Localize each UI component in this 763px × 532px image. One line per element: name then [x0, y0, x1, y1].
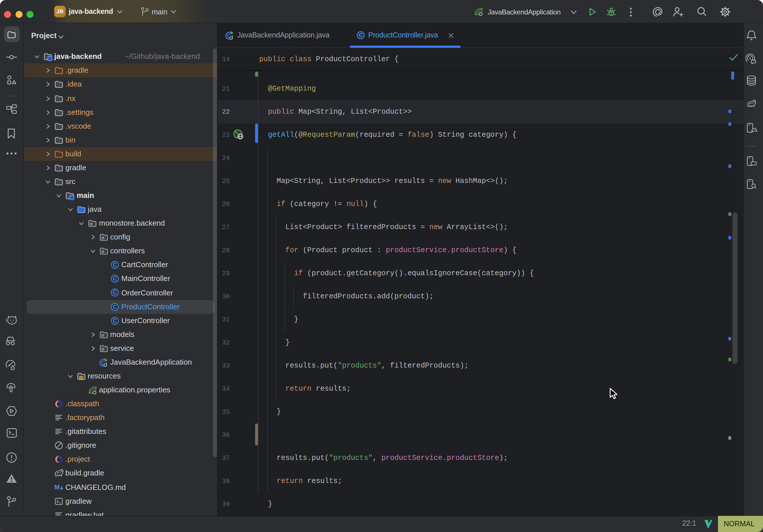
svg-text:C: C — [113, 262, 117, 268]
svg-text:C: C — [113, 318, 117, 324]
svg-text:C: C — [113, 304, 117, 310]
svg-text:C: C — [359, 32, 363, 38]
svg-text:M: M — [54, 484, 60, 491]
svg-text:C: C — [113, 276, 117, 282]
svg-text:C: C — [113, 290, 117, 296]
